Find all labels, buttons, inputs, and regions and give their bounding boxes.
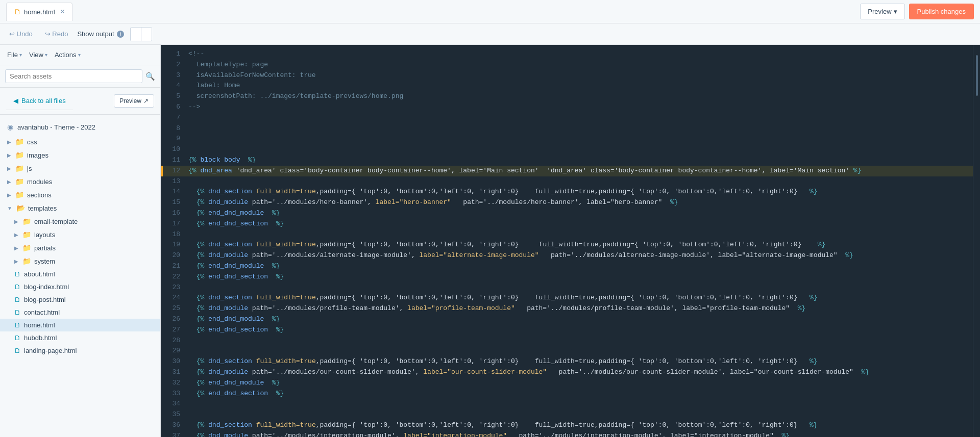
line-content: {% dnd_module path='../modules/our-count…	[188, 367, 973, 378]
sidebar-item-blog-post[interactable]: 🗋 blog-post.html	[0, 293, 160, 306]
folder-caret-icon: ▶	[14, 259, 18, 264]
folder-caret-icon: ▶	[14, 219, 18, 224]
sidebar-item-layouts[interactable]: ▶ 📁 layouts	[0, 228, 160, 241]
sidebar-item-blog-index[interactable]: 🗋 blog-index.html	[0, 280, 160, 293]
line-content: isAvailableForNewContent: true	[188, 70, 973, 81]
code-line: 11{% block body %}	[161, 155, 973, 166]
code-line: 20 {% dnd_module path='../modules/altern…	[161, 250, 973, 261]
code-line: 6-->	[161, 102, 973, 113]
sidebar-item-email-template[interactable]: ▶ 📁 email-template	[0, 215, 160, 228]
sidebar-item-landing-page[interactable]: 🗋 landing-page.html	[0, 344, 160, 357]
sidebar-item-partials[interactable]: ▶ 📁 partials	[0, 241, 160, 254]
toggle-right-button[interactable]	[141, 28, 152, 41]
top-toolbar: 🗋 home.html × Preview ▾ Publish changes	[0, 0, 980, 23]
line-number: 3	[163, 70, 188, 81]
code-line: 22 {% end_dnd_section %}	[161, 272, 973, 282]
line-content: {% end_dnd_module %}	[188, 208, 973, 219]
line-content	[188, 399, 973, 409]
preview-button[interactable]: Preview ▾	[860, 4, 904, 19]
folder-icon: 📁	[22, 257, 31, 265]
line-content: label: Home	[188, 81, 973, 91]
html-file-icon: 🗋	[14, 296, 21, 303]
code-line: 19 {% dnd_section full_width=true,paddin…	[161, 240, 973, 250]
line-number: 14	[163, 187, 188, 197]
code-editor[interactable]: 1<!--2 templateType: page3 isAvailableFo…	[161, 45, 973, 437]
line-number: 24	[163, 293, 188, 303]
tab-close-icon[interactable]: ×	[60, 7, 65, 16]
tab-bar: 🗋 home.html ×	[6, 3, 856, 21]
folder-icon: 📁	[15, 191, 24, 199]
sidebar-item-modules[interactable]: ▶ 📁 modules	[0, 175, 160, 188]
folder-caret-icon: ▶	[7, 179, 11, 185]
view-toggle-group	[130, 27, 152, 41]
code-line: 4 label: Home	[161, 81, 973, 91]
file-menu-bar: File ▾ View ▾ Actions ▾	[0, 45, 160, 65]
line-number: 21	[163, 261, 188, 272]
line-content	[188, 113, 973, 123]
show-output-toggle[interactable]: Show output i	[77, 30, 124, 38]
sidebar-item-contact[interactable]: 🗋 contact.html	[0, 306, 160, 319]
line-number: 36	[163, 420, 188, 431]
code-line: 12{% dnd_area 'dnd_area' class='body-con…	[161, 166, 973, 176]
sidebar-item-js[interactable]: ▶ 📁 js	[0, 162, 160, 175]
line-number: 18	[163, 229, 188, 240]
line-number: 10	[163, 144, 188, 155]
toggle-left-button[interactable]	[131, 28, 141, 41]
publish-button[interactable]: Publish changes	[909, 4, 974, 19]
line-content	[188, 123, 973, 134]
sidebar-item-system[interactable]: ▶ 📁 system	[0, 254, 160, 268]
line-number: 13	[163, 176, 188, 187]
line-number: 9	[163, 134, 188, 144]
back-to-files-link[interactable]: ◀ Back to all files	[6, 92, 73, 110]
folder-icon: 📁	[22, 244, 31, 252]
sidebar-item-css[interactable]: ▶ 📁 css	[0, 135, 160, 148]
code-line: 27 {% end_dnd_section %}	[161, 325, 973, 336]
html-file-icon: 🗋	[14, 270, 21, 278]
code-line: 15 {% dnd_module path='../modules/hero-b…	[161, 197, 973, 208]
right-scrollbar[interactable]	[973, 45, 980, 437]
file-tab-icon: 🗋	[14, 8, 21, 16]
search-input[interactable]	[5, 69, 142, 83]
code-line: 26 {% end_dnd_module %}	[161, 314, 973, 325]
line-content: {% dnd_module path='../modules/hero-bann…	[188, 197, 973, 208]
sidebar-item-sections[interactable]: ▶ 📁 sections	[0, 188, 160, 201]
code-line: 9	[161, 134, 973, 144]
sidebar-item-templates[interactable]: ▼ 📂 templates	[0, 201, 160, 215]
actions-menu[interactable]: Actions ▾	[55, 51, 81, 59]
folder-icon: 📁	[22, 230, 31, 239]
line-number: 32	[163, 378, 188, 389]
view-menu[interactable]: View ▾	[29, 51, 47, 59]
code-line: 1<!--	[161, 49, 973, 60]
code-line: 13	[161, 176, 973, 187]
line-content	[188, 282, 973, 293]
file-chevron-icon: ▾	[19, 52, 22, 58]
redo-button[interactable]: ↪ Redo	[42, 28, 71, 40]
preview-side-button[interactable]: Preview ↗	[114, 94, 154, 108]
sidebar: File ▾ View ▾ Actions ▾ 🔍 ◀ Back to all …	[0, 45, 161, 437]
theme-icon: ◉	[7, 123, 13, 131]
sidebar-item-hubdb[interactable]: 🗋 hubdb.html	[0, 331, 160, 344]
line-content: {% block body %}	[188, 155, 973, 166]
file-tree: ◉ avantahub - Theme - 2022 ▶ 📁 css ▶ 📁 i…	[0, 115, 160, 437]
line-content: {% end_dnd_module %}	[188, 378, 973, 389]
sidebar-item-images[interactable]: ▶ 📁 images	[0, 148, 160, 162]
sidebar-item-home[interactable]: 🗋 home.html	[0, 319, 160, 331]
line-content: screenshotPath: ../images/template-previ…	[188, 91, 973, 102]
undo-button[interactable]: ↩ Undo	[6, 28, 36, 40]
theme-header: ◉ avantahub - Theme - 2022	[0, 119, 160, 135]
sidebar-item-about[interactable]: 🗋 about.html	[0, 268, 160, 280]
line-number: 2	[163, 60, 188, 70]
line-number: 27	[163, 325, 188, 336]
code-lines: 1<!--2 templateType: page3 isAvailableFo…	[161, 45, 973, 437]
line-number: 25	[163, 303, 188, 314]
html-file-icon: 🗋	[14, 347, 21, 354]
line-content: <!--	[188, 49, 973, 60]
code-line: 16 {% end_dnd_module %}	[161, 208, 973, 219]
search-button[interactable]: 🔍	[145, 72, 155, 81]
code-line: 21 {% end_dnd_module %}	[161, 261, 973, 272]
scroll-indicator	[976, 55, 978, 96]
folder-caret-icon: ▶	[7, 139, 11, 145]
view-chevron-icon: ▾	[45, 52, 47, 58]
file-menu[interactable]: File ▾	[7, 51, 22, 59]
file-tab[interactable]: 🗋 home.html ×	[6, 3, 72, 21]
